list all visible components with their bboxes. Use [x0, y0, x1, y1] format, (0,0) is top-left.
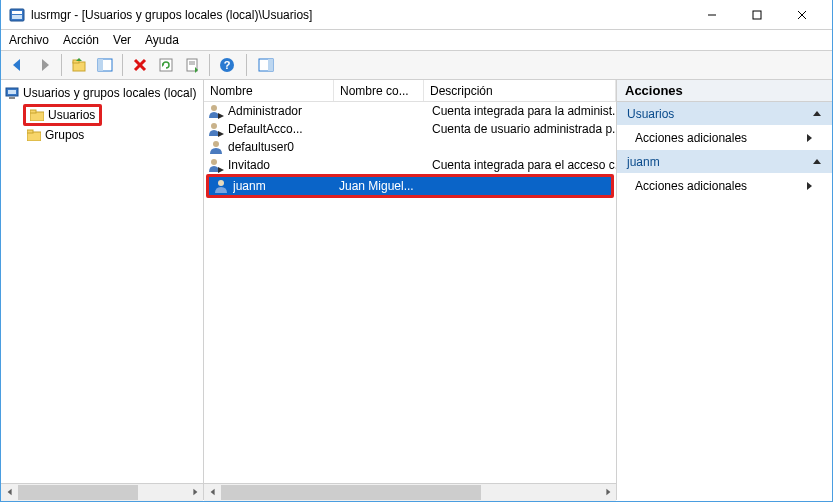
- chevron-right-icon: [804, 133, 814, 143]
- tree-body: Usuarios y grupos locales (local) Usuari…: [1, 80, 203, 483]
- scroll-right-button[interactable]: [186, 484, 203, 501]
- svg-marker-43: [210, 489, 214, 495]
- svg-marker-36: [218, 113, 224, 119]
- svg-marker-8: [42, 59, 49, 71]
- list-pane: Nombre Nombre co... Descripción Administ…: [204, 80, 617, 500]
- close-button[interactable]: [779, 0, 824, 30]
- svg-rect-27: [8, 90, 16, 94]
- svg-rect-30: [30, 110, 36, 113]
- show-hide-action-pane-button[interactable]: [255, 54, 277, 76]
- actions-section-selected[interactable]: juanm: [617, 150, 832, 174]
- menu-view[interactable]: Ver: [113, 33, 131, 47]
- cell-name: Administrador: [228, 104, 334, 118]
- toolbar: ?: [1, 50, 832, 80]
- list-row[interactable]: DefaultAcco... Cuenta de usuario adminis…: [204, 120, 616, 138]
- svg-marker-45: [813, 111, 821, 116]
- user-disabled-icon: [208, 157, 224, 173]
- list-body: Administrador Cuenta integrada para la a…: [204, 102, 616, 483]
- menu-help[interactable]: Ayuda: [145, 33, 179, 47]
- tree-groups-label: Grupos: [45, 128, 84, 142]
- actions-section-users-label: Usuarios: [627, 107, 674, 121]
- svg-point-35: [211, 105, 217, 111]
- chevron-up-icon: [812, 109, 822, 119]
- cell-fullname: Juan Miguel...: [339, 179, 429, 193]
- scroll-left-button[interactable]: [204, 484, 221, 501]
- scroll-right-button[interactable]: [599, 484, 616, 501]
- svg-rect-28: [9, 97, 15, 99]
- scroll-thumb[interactable]: [18, 485, 138, 500]
- actions-pane: Acciones Usuarios Acciones adicionales j…: [617, 80, 832, 500]
- column-description[interactable]: Descripción: [424, 80, 616, 101]
- list-horizontal-scrollbar[interactable]: [204, 483, 616, 500]
- folder-icon: [27, 129, 41, 141]
- list-row[interactable]: defaultuser0: [204, 138, 616, 156]
- svg-rect-16: [160, 59, 172, 71]
- refresh-button[interactable]: [155, 54, 177, 76]
- actions-body: Usuarios Acciones adicionales juanm Acci…: [617, 102, 832, 500]
- annotation-selected-row: juanm Juan Miguel...: [206, 174, 614, 198]
- cell-description: Cuenta integrada para la administ..: [424, 104, 616, 118]
- user-disabled-icon: [208, 103, 224, 119]
- menu-action[interactable]: Acción: [63, 33, 99, 47]
- svg-rect-2: [12, 15, 22, 19]
- back-button[interactable]: [7, 54, 29, 76]
- delete-button[interactable]: [129, 54, 151, 76]
- menu-file[interactable]: Archivo: [9, 33, 49, 47]
- actions-additional-2[interactable]: Acciones adicionales: [617, 174, 832, 198]
- scroll-track[interactable]: [221, 484, 599, 501]
- maximize-button[interactable]: [734, 0, 779, 30]
- computer-icon: [5, 86, 19, 100]
- svg-rect-32: [27, 130, 33, 133]
- toolbar-separator: [61, 54, 62, 76]
- up-button[interactable]: [68, 54, 90, 76]
- svg-marker-7: [13, 59, 20, 71]
- tree-groups-node[interactable]: Grupos: [3, 126, 201, 144]
- svg-marker-44: [606, 489, 610, 495]
- user-icon: [208, 139, 224, 155]
- actions-section-users[interactable]: Usuarios: [617, 102, 832, 126]
- actions-additional-label: Acciones adicionales: [635, 131, 747, 145]
- folder-icon: [30, 109, 44, 121]
- svg-rect-4: [753, 11, 761, 19]
- column-name[interactable]: Nombre: [204, 80, 334, 101]
- tree-root-label: Usuarios y grupos locales (local): [23, 86, 196, 100]
- cell-name: defaultuser0: [228, 140, 334, 154]
- list-row-selected[interactable]: juanm Juan Miguel...: [209, 177, 611, 195]
- svg-marker-33: [7, 489, 11, 495]
- tree-horizontal-scrollbar[interactable]: [1, 483, 203, 500]
- show-hide-tree-button[interactable]: [94, 54, 116, 76]
- svg-marker-47: [813, 159, 821, 164]
- actions-section-selected-label: juanm: [627, 155, 660, 169]
- svg-point-42: [218, 180, 224, 186]
- cell-name: Invitado: [228, 158, 334, 172]
- toolbar-separator: [209, 54, 210, 76]
- scroll-left-button[interactable]: [1, 484, 18, 501]
- help-button[interactable]: ?: [216, 54, 238, 76]
- tree-root-node[interactable]: Usuarios y grupos locales (local): [3, 84, 201, 102]
- cell-description: Cuenta de usuario administrada p..: [424, 122, 616, 136]
- minimize-button[interactable]: [689, 0, 734, 30]
- list-row[interactable]: Invitado Cuenta integrada para el acceso…: [204, 156, 616, 174]
- actions-additional-1[interactable]: Acciones adicionales: [617, 126, 832, 150]
- main-area: Usuarios y grupos locales (local) Usuari…: [1, 80, 832, 500]
- svg-marker-48: [807, 182, 812, 190]
- svg-rect-25: [268, 59, 273, 71]
- cell-name: juanm: [233, 179, 339, 193]
- cell-name: DefaultAcco...: [228, 122, 334, 136]
- svg-marker-34: [193, 489, 197, 495]
- svg-point-37: [211, 123, 217, 129]
- svg-marker-41: [218, 167, 224, 173]
- user-disabled-icon: [208, 121, 224, 137]
- toolbar-separator: [246, 54, 247, 76]
- actions-title: Acciones: [617, 80, 832, 102]
- tree-users-label[interactable]: Usuarios: [48, 108, 95, 122]
- export-list-button[interactable]: [181, 54, 203, 76]
- list-row[interactable]: Administrador Cuenta integrada para la a…: [204, 102, 616, 120]
- column-fullname[interactable]: Nombre co...: [334, 80, 424, 101]
- annotation-users-node: Usuarios: [23, 104, 102, 126]
- svg-point-40: [211, 159, 217, 165]
- svg-rect-13: [98, 59, 103, 71]
- scroll-track[interactable]: [18, 484, 186, 501]
- forward-button[interactable]: [33, 54, 55, 76]
- scroll-thumb[interactable]: [221, 485, 481, 500]
